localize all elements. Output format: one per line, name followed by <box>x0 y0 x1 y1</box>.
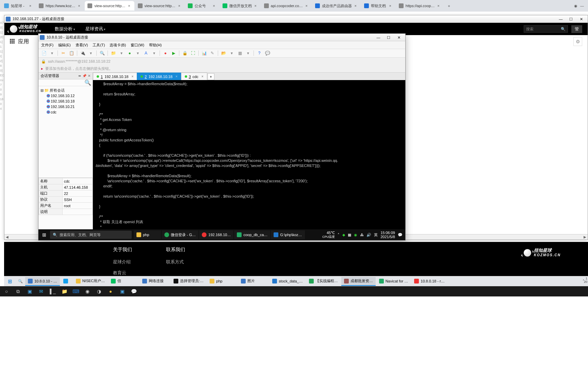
browser-account-icon[interactable]: ◉ <box>574 4 577 8</box>
tab-close-icon[interactable]: × <box>304 3 309 8</box>
circle-icon[interactable]: ○ <box>2 287 11 296</box>
menu-item[interactable]: 选项卡(B) <box>110 43 126 48</box>
taskbar-item[interactable] <box>61 277 72 286</box>
tab-close-icon[interactable]: × <box>127 3 132 8</box>
tab-close-icon[interactable]: × <box>388 3 393 8</box>
search-icon[interactable]: 🔍 <box>99 50 105 57</box>
footer-link[interactable]: 星球介绍 <box>113 259 132 265</box>
terminal-tab[interactable]: 2 192.168.10.18× <box>137 73 181 80</box>
copy-icon[interactable]: ✂ <box>60 50 67 57</box>
tab-close-icon[interactable]: × <box>201 75 203 78</box>
taskbar-item[interactable]: stock_data_… <box>270 277 305 286</box>
browser-tab[interactable]: https://www.koz…× <box>36 1 84 11</box>
chrome-icon[interactable]: ◉ <box>83 287 92 296</box>
task-view-icon[interactable]: ⧉ <box>14 287 22 296</box>
terminal-icon[interactable]: ▌_ <box>48 287 57 296</box>
taskbar-item[interactable]: 【实战编程… <box>306 277 341 286</box>
tree-root[interactable]: ⊟📁所有会话 <box>39 88 92 93</box>
new-icon[interactable]: 📄 <box>40 50 47 57</box>
taskbar-item[interactable]: 192.168.10… <box>199 230 233 239</box>
powershell-icon[interactable]: ▣ <box>25 287 34 296</box>
font-icon[interactable]: A <box>143 50 149 57</box>
start-button[interactable]: ⊞ <box>4 278 16 285</box>
vscode-icon[interactable]: ⌨ <box>71 287 80 296</box>
tray-app-icon[interactable]: ▦ <box>348 233 351 237</box>
browser-tab[interactable]: https://api.coop…× <box>396 1 444 11</box>
session-host[interactable]: 192.168.10.21 <box>39 104 92 109</box>
paste-icon[interactable]: 📋 <box>68 50 75 57</box>
session-tree[interactable]: ⊟📁所有会话 192.168.10.12192.168.10.18192.168… <box>38 86 93 178</box>
menu-item[interactable]: 窗口(W) <box>131 43 144 48</box>
tab-close-icon[interactable]: × <box>77 3 81 8</box>
rdp-outer-titlebar[interactable]: 192.168.101.27 - 远程桌面连接 — ☐ ✕ <box>4 15 588 23</box>
taskbar-item[interactable]: G:\php\koz… <box>271 230 305 239</box>
expand-icon[interactable]: ⛶ <box>190 50 196 57</box>
menu-item[interactable]: 查看(V) <box>76 43 88 48</box>
lock-icon[interactable]: 🔒 <box>181 50 188 57</box>
tab-close-icon[interactable]: × <box>353 3 358 8</box>
browser-tab[interactable]: view-source:http…× <box>135 1 184 11</box>
menu-item[interactable]: 编辑(E) <box>58 43 71 48</box>
new-tab-button[interactable]: ＋ <box>444 1 454 11</box>
tab-close-icon[interactable]: × <box>177 3 182 8</box>
kozmos-admin-button[interactable]: 管 <box>571 25 582 33</box>
explorer-icon[interactable]: 📁 <box>60 287 69 296</box>
terminal-tab[interactable]: 1 192.168.10.18× <box>93 73 137 80</box>
tray-volume-icon[interactable]: 🔊 <box>366 233 371 237</box>
browser-tab[interactable]: 帮助文档× <box>361 1 395 11</box>
close-button[interactable]: ✕ <box>394 34 404 41</box>
tab-close-icon[interactable]: × <box>176 75 178 78</box>
taskbar-item[interactable]: coop_db_ca… <box>234 230 270 239</box>
kozmos-logo[interactable]: 括知星球 KOZMOS.CN <box>10 25 41 33</box>
close-button[interactable]: ✕ <box>576 16 586 22</box>
folder-icon[interactable]: 📁 <box>110 50 117 57</box>
maximize-button[interactable]: ☐ <box>383 34 394 41</box>
terminal-tab[interactable]: 3 cdc× <box>181 73 207 80</box>
apps-grid-icon[interactable] <box>10 39 15 44</box>
minimize-button[interactable]: — <box>556 16 566 22</box>
folder2-icon[interactable]: 📂 <box>220 50 227 57</box>
taskbar-item[interactable]: 成都批发资… <box>341 277 376 286</box>
obs-icon[interactable]: ◑ <box>95 287 103 296</box>
nav-item[interactable]: 数据分析 <box>55 26 75 32</box>
connect-icon[interactable]: 🔌 <box>79 50 86 57</box>
gear-icon[interactable]: ⚙ <box>573 37 582 46</box>
browser-tab[interactable]: 微信开放文档× <box>220 1 261 11</box>
tray-shield-icon[interactable]: ◆ <box>342 233 345 237</box>
pin-icon[interactable]: ⬌ <box>78 74 81 78</box>
edit-icon[interactable]: ✎ <box>209 50 216 57</box>
footer-link[interactable]: 教育云 <box>113 270 132 276</box>
chart-icon[interactable]: 📊 <box>201 50 208 57</box>
taskbar-item[interactable]: 选择管理员:… <box>171 277 206 286</box>
tab-close-icon[interactable]: × <box>212 3 216 8</box>
terminal-output[interactable]: $resultArray = $this->handlerRemoteData(… <box>93 80 405 229</box>
minimize-button[interactable]: — <box>373 34 383 41</box>
play-icon[interactable]: ▶ <box>170 50 177 57</box>
browser-tab[interactable]: 知星球 -× <box>1 1 35 11</box>
tab-close-icon[interactable]: × <box>253 3 258 8</box>
tray-network-icon[interactable]: 🖧 <box>360 233 364 237</box>
taskbar-search[interactable]: 🔍 搜索应用、文档、网页等 <box>50 231 132 239</box>
tray-up-icon[interactable]: ˄ <box>338 233 340 237</box>
browser-minimize-icon[interactable]: — <box>580 4 584 8</box>
tab-close-icon[interactable]: × <box>28 3 33 8</box>
start-button[interactable]: ⊞ <box>38 232 50 237</box>
nav-item[interactable]: 星球资讯 <box>85 26 106 32</box>
chat-icon[interactable]: 💬 <box>264 50 271 57</box>
taskbar-item[interactable]: 信 <box>108 277 139 286</box>
pin2-icon[interactable]: 📌 <box>82 74 86 78</box>
tray-nvidia-icon[interactable]: ◉ <box>354 233 357 237</box>
browser-tab[interactable]: view-source:http…× <box>85 1 134 11</box>
help-icon[interactable]: ? <box>256 50 263 57</box>
session-host[interactable]: cdc <box>39 109 92 115</box>
taskbar-item[interactable]: php <box>207 277 238 286</box>
rdp-inner-titlebar[interactable]: 10.8.0.10 - 远程桌面连接 — ☐ ✕ <box>38 34 405 41</box>
menu-item[interactable]: 帮助(H) <box>149 43 162 48</box>
tab-close-icon[interactable]: × <box>436 3 441 8</box>
taskbar-item[interactable]: php <box>134 230 161 239</box>
taskbar-item[interactable]: 网络连接 <box>140 277 170 286</box>
rdp-icon[interactable]: ▣ <box>118 287 127 296</box>
taskbar-item[interactable]: 10.8.0.10 - … <box>25 277 60 286</box>
kozmos-search-input[interactable]: 搜索 🔍 <box>524 25 568 33</box>
browser-tab[interactable]: 成达传产品路由器× <box>312 1 361 11</box>
